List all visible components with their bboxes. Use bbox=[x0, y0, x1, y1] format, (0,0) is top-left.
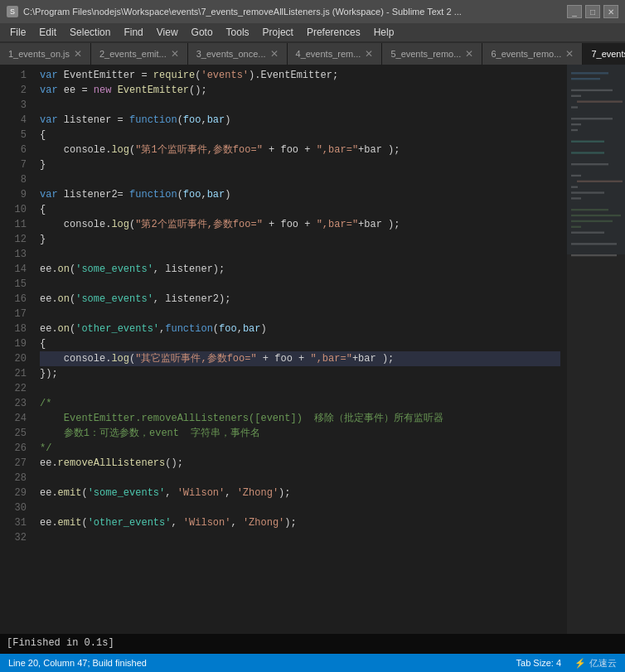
close-button[interactable]: ✕ bbox=[603, 5, 618, 18]
code-line-22 bbox=[40, 381, 560, 396]
code-line-14: ee.on('some_events', listener); bbox=[40, 262, 560, 277]
status-left: Line 20, Column 47; Build finished bbox=[8, 658, 147, 668]
line-num-17: 17 bbox=[0, 307, 27, 321]
title-bar: S C:\Program Files\nodejs\Workspace\even… bbox=[0, 0, 625, 23]
code-line-8 bbox=[40, 172, 560, 187]
tab-label-3: 3_events_once... bbox=[196, 49, 266, 59]
menu-view[interactable]: View bbox=[150, 25, 185, 40]
title-bar-controls: _ □ ✕ bbox=[567, 5, 618, 18]
code-line-24: EventEmitter.removeAllListeners([event])… bbox=[40, 411, 560, 426]
code-line-32 bbox=[40, 530, 560, 545]
tab-size: Tab Size: 4 bbox=[516, 658, 561, 668]
tab-1[interactable]: 1_events_on.js ✕ bbox=[0, 43, 91, 65]
watermark: ⚡ 亿速云 bbox=[574, 657, 617, 670]
line-num-12: 12 bbox=[0, 232, 27, 247]
code-line-10: { bbox=[40, 202, 560, 217]
menu-edit[interactable]: Edit bbox=[32, 25, 63, 40]
menu-file[interactable]: File bbox=[3, 25, 32, 40]
code-line-2: var ee = new EventEmitter(); bbox=[40, 83, 560, 98]
status-right: Tab Size: 4 ⚡ 亿速云 bbox=[516, 657, 617, 670]
app-icon: S bbox=[7, 6, 18, 17]
line-num-13: 13 bbox=[0, 247, 27, 262]
line-num-31: 31 bbox=[0, 515, 27, 530]
tab-close-1[interactable]: ✕ bbox=[74, 48, 82, 60]
line-num-21: 21 bbox=[0, 366, 27, 381]
menu-selection[interactable]: Selection bbox=[63, 25, 117, 40]
line-num-11: 11 bbox=[0, 217, 27, 232]
tab-5[interactable]: 5_events_remo... ✕ bbox=[382, 43, 482, 65]
code-line-13 bbox=[40, 247, 560, 262]
menu-bar: File Edit Selection Find View Goto Tools… bbox=[0, 23, 625, 41]
line-num-25: 25 bbox=[0, 426, 27, 441]
line-num-20: 20 bbox=[0, 351, 27, 366]
line-num-18: 18 bbox=[0, 321, 27, 336]
tab-3[interactable]: 3_events_once... ✕ bbox=[188, 43, 288, 65]
line-num-30: 30 bbox=[0, 500, 27, 515]
line-num-23: 23 bbox=[0, 396, 27, 411]
menu-project[interactable]: Project bbox=[256, 25, 300, 40]
tab-6[interactable]: 6_events_remo... ✕ bbox=[482, 43, 583, 65]
code-line-1: var EventEmitter = require('events').Eve… bbox=[40, 68, 560, 83]
line-num-5: 5 bbox=[0, 128, 27, 143]
code-line-4: var listener = function(foo,bar) bbox=[40, 113, 560, 128]
code-line-6: console.log("第1个监听事件,参数foo=" + foo + ",b… bbox=[40, 143, 560, 157]
code-line-26: */ bbox=[40, 441, 560, 456]
line-num-9: 9 bbox=[0, 187, 27, 202]
code-line-9: var listener2= function(foo,bar) bbox=[40, 187, 560, 202]
line-num-27: 27 bbox=[0, 456, 27, 471]
svg-rect-25 bbox=[567, 65, 625, 254]
tab-4[interactable]: 4_events_rem... ✕ bbox=[288, 43, 383, 65]
line-numbers: 1 2 3 4 5 6 7 8 9 10 11 12 13 14 15 16 1… bbox=[0, 65, 33, 634]
code-area[interactable]: var EventEmitter = require('events').Eve… bbox=[33, 65, 567, 634]
minimize-button[interactable]: _ bbox=[567, 5, 582, 18]
tab-close-5[interactable]: ✕ bbox=[465, 48, 473, 60]
status-bar: Line 20, Column 47; Build finished Tab S… bbox=[0, 654, 625, 672]
code-line-18: ee.on('other_events',function(foo,bar) bbox=[40, 321, 560, 336]
menu-goto[interactable]: Goto bbox=[185, 25, 220, 40]
code-line-17 bbox=[40, 307, 560, 321]
console-output: [Finished in 0.1s] bbox=[0, 634, 625, 654]
line-num-14: 14 bbox=[0, 262, 27, 277]
tab-close-2[interactable]: ✕ bbox=[171, 48, 179, 60]
menu-preferences[interactable]: Preferences bbox=[300, 25, 367, 40]
minimap bbox=[567, 65, 625, 634]
code-line-7: } bbox=[40, 157, 560, 172]
line-num-24: 24 bbox=[0, 411, 27, 426]
line-num-22: 22 bbox=[0, 381, 27, 396]
code-line-21: }); bbox=[40, 366, 560, 381]
code-line-15 bbox=[40, 277, 560, 292]
maximize-button[interactable]: □ bbox=[585, 5, 600, 18]
code-line-3 bbox=[40, 98, 560, 113]
tab-2[interactable]: 2_events_emit... ✕ bbox=[91, 43, 188, 65]
tab-label-5: 5_events_remo... bbox=[390, 49, 461, 59]
code-line-27: ee.removeAllListeners(); bbox=[40, 456, 560, 471]
watermark-text: 亿速云 bbox=[589, 657, 617, 670]
tab-close-3[interactable]: ✕ bbox=[270, 48, 279, 60]
line-num-19: 19 bbox=[0, 336, 27, 351]
code-line-5: { bbox=[40, 128, 560, 143]
menu-find[interactable]: Find bbox=[117, 25, 149, 40]
line-num-7: 7 bbox=[0, 157, 27, 172]
line-num-16: 16 bbox=[0, 292, 27, 307]
line-num-6: 6 bbox=[0, 143, 27, 157]
code-line-20: console.log("其它监听事件,参数foo=" + foo + ",ba… bbox=[40, 351, 560, 366]
line-num-3: 3 bbox=[0, 98, 27, 113]
tab-label-7: 7_events_remo... bbox=[591, 49, 625, 59]
tab-close-4[interactable]: ✕ bbox=[365, 48, 373, 60]
line-num-4: 4 bbox=[0, 113, 27, 128]
code-line-25: 参数1：可选参数，event 字符串，事件名 bbox=[40, 426, 560, 441]
minimap-svg bbox=[567, 65, 625, 634]
menu-help[interactable]: Help bbox=[367, 25, 401, 40]
editor-container: 1 2 3 4 5 6 7 8 9 10 11 12 13 14 15 16 1… bbox=[0, 65, 625, 634]
line-num-8: 8 bbox=[0, 172, 27, 187]
watermark-icon: ⚡ bbox=[574, 658, 586, 669]
code-line-23: /* bbox=[40, 396, 560, 411]
code-line-16: ee.on('some_events', listener2); bbox=[40, 292, 560, 307]
code-line-28 bbox=[40, 471, 560, 486]
line-num-15: 15 bbox=[0, 277, 27, 292]
menu-tools[interactable]: Tools bbox=[220, 25, 256, 40]
tab-close-6[interactable]: ✕ bbox=[565, 48, 574, 60]
svg-rect-24 bbox=[571, 254, 617, 256]
line-num-2: 2 bbox=[0, 83, 27, 98]
tab-7[interactable]: 7_events_remo... ✕ bbox=[583, 43, 625, 65]
